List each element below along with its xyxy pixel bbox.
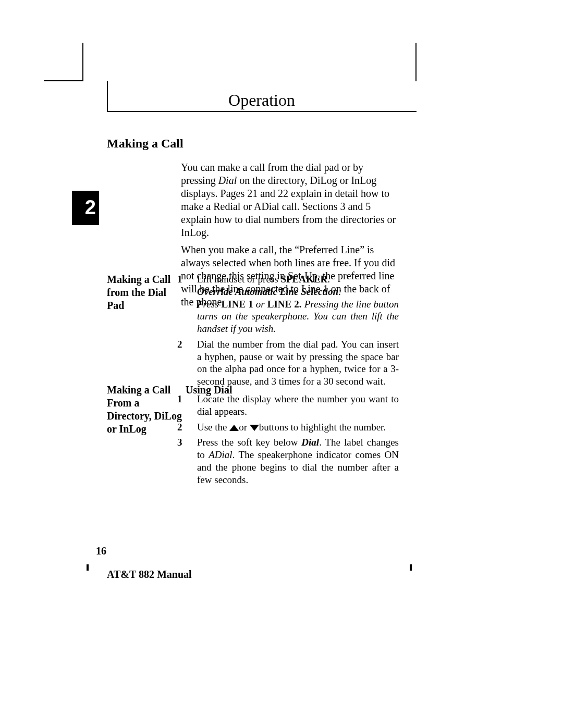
step-body: Use the or buttons to highlight the numb… [197, 421, 399, 434]
step-number: 3 [177, 436, 187, 486]
step-text: Use the [197, 422, 229, 433]
arrow-down-icon [250, 425, 259, 431]
chapter-tab: 2 [72, 191, 99, 225]
override-label: Override Automatic Line Selection [197, 286, 338, 297]
step-row: 2 Dial the number from the dial pad. You… [177, 338, 399, 388]
footer-tick [410, 564, 412, 571]
section-heading: Making a Call [107, 135, 183, 151]
page-number: 16 [96, 545, 106, 558]
step-body: Lift handset or press SPEAKER. Override … [197, 273, 399, 335]
step-row: 2 Use the or buttons to highlight the nu… [177, 421, 399, 434]
step-row: 3 Press the soft key below Dial. The lab… [177, 436, 399, 486]
step-body: Press the soft key below Dial. The label… [197, 436, 399, 486]
step-row: 1 Locate the display where the number yo… [177, 393, 399, 418]
colon: : [338, 286, 341, 297]
step-body: Locate the display where the number you … [197, 393, 399, 418]
crop-rule [44, 80, 83, 81]
intro-dial: Dial [218, 175, 237, 186]
crop-rule [415, 43, 417, 81]
crop-rule [82, 43, 83, 81]
steps-dialpad: 1 Lift handset or press SPEAKER. Overrid… [177, 273, 399, 391]
footer-tick [87, 564, 89, 571]
step-text: Lift handset or press [197, 274, 280, 285]
step-text: buttons to highlight the number. [259, 422, 386, 433]
step-number: 1 [177, 273, 187, 335]
chapter-underline [107, 111, 417, 112]
step-number: 1 [177, 393, 187, 418]
key-line2: LINE 2. [267, 299, 302, 310]
key-speaker: SPEAKER [280, 274, 327, 285]
page: Operation 2 Making a Call You can make a… [0, 0, 563, 728]
step-text: Press the soft key below [197, 437, 301, 448]
step-text: . [327, 274, 330, 285]
step-row: 1 Lift handset or press SPEAKER. Overrid… [177, 273, 399, 335]
key-line1: LINE 1 [222, 299, 253, 310]
chapter-title: Operation [107, 90, 417, 110]
softkey-adial: ADial [209, 449, 232, 460]
step-number: 2 [177, 421, 187, 434]
press-text: Press [197, 299, 222, 310]
step-body: Dial the number from the dial pad. You c… [197, 338, 399, 388]
subsection-heading-directory: Making a Call From a Directory, DiLog or… [107, 384, 185, 436]
intro-paragraph-1: You can make a call from the dial pad or… [181, 161, 397, 239]
arrow-up-icon [229, 425, 239, 431]
softkey-dial: Dial [301, 437, 319, 448]
or-text: or [253, 299, 267, 310]
subsection-heading-dialpad: Making a Call from the Dial Pad [107, 273, 185, 312]
step-number: 2 [177, 338, 187, 388]
footer-text: AT&T 882 Manual [107, 568, 192, 581]
steps-directory: 1 Locate the display where the number yo… [177, 393, 399, 489]
or-text: or [239, 422, 250, 433]
